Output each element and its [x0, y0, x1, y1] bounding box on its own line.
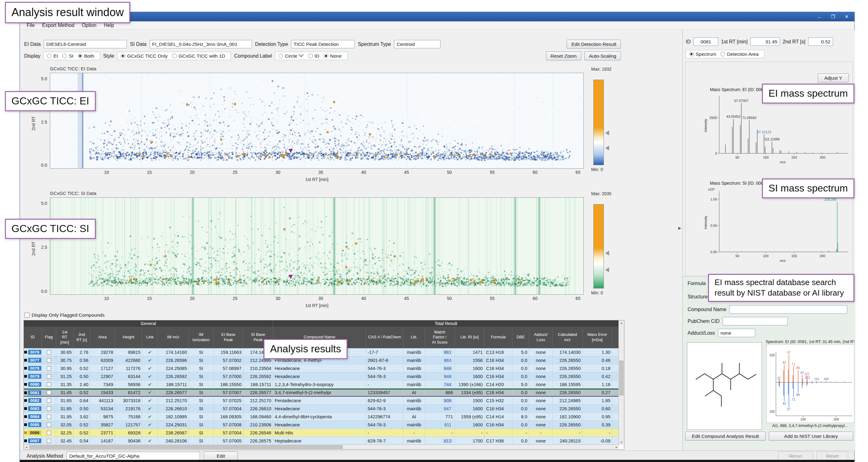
column-header[interactable]: Height [115, 327, 142, 348]
column-header[interactable]: Flag [42, 327, 56, 348]
ei-heatmap[interactable] [50, 73, 584, 169]
column-header[interactable]: Match Factor / AI Score [425, 327, 455, 348]
si-colorbar-handle-upper[interactable] [605, 251, 609, 256]
compound-label-none-radio[interactable] [323, 54, 328, 58]
ei-colorbar[interactable] [593, 79, 604, 165]
ei-heatmap-canvas[interactable] [50, 73, 583, 168]
si-colorbar[interactable] [593, 204, 604, 289]
reset-button[interactable]: Reset [816, 452, 848, 460]
flag-checkbox[interactable] [47, 439, 51, 443]
table-row[interactable]: 007931.250.501290763144✔226.26592SI57.07… [24, 372, 619, 381]
flag-checkbox[interactable] [47, 390, 51, 395]
column-header[interactable]: IM m/z [158, 327, 189, 348]
column-header[interactable]: EI Base Peak [214, 327, 243, 348]
match-factor-link[interactable]: 863 [442, 358, 453, 363]
flag-checkbox[interactable] [47, 383, 51, 387]
row-id-chip[interactable]: 0082 [28, 398, 41, 403]
match-factor-link[interactable]: 744 [442, 382, 453, 387]
table-vertical-scrollbar[interactable]: ▲ ▼ [618, 320, 624, 445]
compound-rt2-value[interactable]: 0.52 [808, 37, 833, 46]
auto-scaling-button[interactable]: Auto-Scaling [584, 52, 621, 60]
style-ticc-only-radio[interactable] [121, 54, 125, 58]
compound-rt1-value[interactable]: 31.45 [750, 37, 780, 46]
compound-label-id-radio[interactable] [308, 54, 313, 58]
flag-checkbox[interactable] [47, 350, 51, 355]
flag-checkbox[interactable] [47, 406, 51, 411]
column-header[interactable]: Link [142, 327, 158, 348]
ei-colorbar-handle-lower[interactable] [605, 145, 609, 151]
panel-expand-arrow[interactable]: ▶ [678, 226, 681, 230]
match-factor-link[interactable]: 847 [442, 406, 453, 411]
column-header[interactable]: Area [90, 327, 115, 348]
flag-checkbox[interactable] [47, 398, 51, 403]
ei-colorbar-handle-upper[interactable] [605, 130, 609, 135]
column-header[interactable]: IM Ionization [189, 327, 214, 348]
edit-compound-analysis-result-button[interactable]: Edit Compound Analysis Result [685, 432, 766, 441]
flag-checkbox[interactable] [47, 374, 51, 378]
table-row[interactable]: 008031.352.40734958936✔188.15711SI188.15… [24, 381, 619, 389]
view-detection-area-radio[interactable] [720, 52, 725, 56]
display-ei-radio[interactable] [47, 54, 52, 58]
pubchem-cid-value[interactable] [723, 317, 788, 325]
table-row[interactable]: 008732.450.541418790438✔240.28106SI57.07… [24, 437, 619, 445]
match-factor-link[interactable]: 813 [442, 438, 453, 443]
ei-data-input[interactable]: DIESEL6-Centroid [44, 40, 127, 48]
si-heatmap-canvas[interactable] [50, 198, 583, 294]
table-horizontal-scrollbar[interactable]: ◄ ► [24, 444, 619, 449]
adjust-y-button[interactable]: Adjust Y [818, 73, 849, 82]
match-factor-link[interactable]: 811 [443, 422, 453, 427]
table-row[interactable]: 008431.953.82987575188✔182.10995SI168.09… [24, 413, 619, 421]
edit-detection-result-button[interactable]: Edit Detection Result [567, 40, 621, 48]
scroll-down-arrow[interactable]: ▼ [619, 440, 624, 445]
spectrum-type-value[interactable]: Centroid [394, 40, 440, 48]
column-header[interactable]: Mass Error [mDa] [583, 327, 612, 348]
si-heatmap[interactable] [50, 197, 584, 295]
column-header[interactable]: Adduct/ Loss [529, 327, 553, 348]
vertical-scroll-thumb[interactable] [619, 361, 623, 395]
minimize-button[interactable]: – [813, 13, 826, 21]
scroll-right-arrow[interactable]: ► [614, 444, 619, 449]
table-row[interactable]: 007830.950.5217127117276✔224.25085SI57.0… [24, 364, 619, 372]
scroll-up-arrow[interactable]: ▲ [619, 320, 624, 325]
row-id-chip[interactable]: 0087 [28, 438, 41, 443]
flag-filter-checkbox[interactable] [25, 312, 29, 318]
display-si-radio[interactable] [62, 54, 67, 58]
edit-analysis-method-button[interactable]: Edit [204, 452, 238, 460]
column-header[interactable]: Calculated m/z [553, 327, 583, 348]
flag-checkbox[interactable] [47, 431, 51, 435]
si-data-input[interactable]: FI_DIESEL_0.04s-25Hz_3ms-3mA_001 [150, 40, 252, 48]
style-ticc-1d-radio[interactable] [172, 54, 177, 58]
rerun-button[interactable]: Rerun [778, 452, 813, 460]
row-id-chip[interactable]: 0079 [28, 374, 41, 378]
row-id-chip[interactable]: 0083 [28, 406, 41, 411]
add-to-nist-user-library-button[interactable]: Add to NIST User Library [769, 432, 853, 441]
column-header[interactable]: Lib. RI [iu] [455, 327, 485, 348]
column-header[interactable]: CAS # / PubChem [366, 327, 403, 348]
match-factor-link[interactable]: 848 [442, 374, 453, 379]
row-id-chip[interactable]: 0084 [28, 414, 41, 419]
match-factor-link[interactable]: 846 [442, 366, 453, 371]
row-id-chip[interactable]: 0077 [28, 358, 41, 363]
analysis-method-value[interactable]: Default_for_AccuTOF_GC-Alpha [67, 452, 200, 460]
display-both-radio[interactable] [78, 54, 83, 58]
detection-type-value[interactable]: TICC Peak Detection [291, 40, 354, 48]
row-id-chip[interactable]: 0081 [28, 390, 41, 395]
row-id-chip[interactable]: 0078 [28, 366, 41, 371]
compound-id-value[interactable]: 0081 [693, 37, 718, 46]
flag-checkbox[interactable] [47, 415, 51, 419]
compound-name-value[interactable] [730, 305, 847, 314]
column-header[interactable]: 1st RT [min] [56, 327, 73, 348]
match-spectrum-plot[interactable]: 1001001002002743577185971111131411694357… [766, 344, 855, 423]
table-row[interactable]: 008131.450.521543381472✔226.26577SI57.07… [24, 389, 619, 397]
match-factor-link[interactable]: 881 [442, 350, 453, 355]
row-id-chip[interactable]: 0076 [28, 350, 41, 355]
column-header[interactable]: Formula [485, 327, 513, 348]
row-id-chip[interactable]: 0086 [28, 430, 41, 435]
reset-zoom-button[interactable]: Reset Zoom [546, 52, 581, 60]
adduct-loss-value[interactable]: none [718, 329, 755, 337]
maximize-button[interactable]: ❐ [827, 13, 839, 21]
table-row[interactable]: 008632.250.522377169328✔238.26587SI57.07… [24, 429, 619, 437]
ei-mass-spectrum-plot[interactable]: 2500050100150200m/zIntensity43.0545257.0… [703, 93, 849, 165]
row-id-chip[interactable]: 0080 [28, 382, 41, 387]
column-header[interactable]: DBE [513, 327, 529, 348]
